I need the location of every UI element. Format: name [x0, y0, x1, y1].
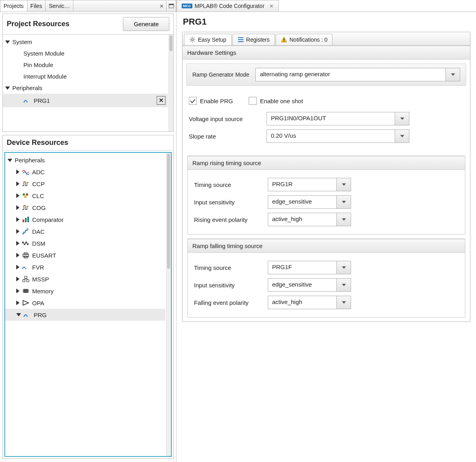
ramp-icon — [23, 97, 31, 104]
tree-item-system-module[interactable]: System Module — [3, 48, 168, 59]
chevron-right-icon — [16, 169, 19, 174]
rising-sens-select[interactable]: edge_sensitive — [268, 195, 351, 209]
tree-label: Peripherals — [12, 85, 42, 91]
svg-rect-15 — [25, 276, 27, 278]
tab-files[interactable]: Files — [27, 0, 46, 12]
opamp-icon — [22, 299, 30, 306]
chevron-down-icon — [336, 196, 351, 208]
falling-timing-select[interactable]: PRG1F — [268, 261, 351, 274]
tree-node-peripherals[interactable]: Peripherals — [5, 154, 165, 166]
rising-pol-select[interactable]: active_high — [268, 213, 351, 226]
slope-rate-label: Slope rate — [189, 133, 260, 140]
enable-one-shot-checkbox[interactable] — [249, 97, 257, 105]
tree-item-prg1[interactable]: PRG1 ✕ — [3, 94, 168, 107]
chevron-down-icon — [336, 296, 351, 309]
rising-timing-select[interactable]: PRG1R — [268, 178, 351, 191]
chevron-down-icon — [336, 178, 351, 191]
enable-prg-checkbox[interactable] — [189, 97, 197, 105]
tree-item-interrupt-module[interactable]: Interrupt Module — [3, 71, 168, 82]
falling-pol-label: Falling event polarity — [194, 299, 261, 306]
enable-one-shot-label: Enable one shot — [260, 98, 303, 104]
scrollbar[interactable] — [166, 153, 171, 456]
hardware-settings-header: Hardware Settings — [182, 46, 470, 60]
pulse-icon — [22, 204, 30, 211]
tab-projects[interactable]: Projects — [0, 0, 27, 12]
mcc-badge-icon: MCC — [182, 4, 192, 8]
chevron-right-icon — [16, 229, 19, 234]
tree-item-dac[interactable]: DAC — [5, 225, 165, 237]
tab-notifications[interactable]: Notifications : 0 — [276, 34, 333, 45]
rising-group: Ramp rising timing source Timing source … — [187, 156, 465, 235]
voltage-input-select[interactable]: PRG1IN0/OPA1OUT — [267, 112, 409, 125]
chevron-right-icon — [16, 300, 19, 305]
tree-node-system[interactable]: System — [3, 36, 168, 48]
page-title: PRG1 — [183, 17, 470, 27]
stairs-icon — [22, 228, 30, 235]
device-resources-tree: Peripherals ADC CCP — [5, 153, 165, 322]
remove-peripheral-button[interactable]: ✕ — [157, 96, 165, 105]
tab-services[interactable]: Servic… — [46, 0, 73, 12]
tree-item-clc[interactable]: CLC — [5, 190, 165, 202]
network-icon — [22, 275, 30, 283]
generate-button[interactable]: Generate — [123, 17, 169, 31]
config-panel: Easy Setup Registers Notifications : 0 H… — [182, 32, 470, 322]
chevron-right-icon — [16, 193, 19, 198]
rising-timing-label: Timing source — [194, 181, 261, 188]
svg-point-2 — [23, 181, 25, 183]
chevron-right-icon — [16, 205, 19, 210]
falling-sens-select[interactable]: edge_sensitive — [268, 278, 351, 292]
falling-header: Ramp falling timing source — [188, 239, 465, 253]
svg-point-5 — [26, 193, 28, 196]
tab-mcc[interactable]: MCC MPLAB® Code Configurator ✕ — [177, 0, 279, 12]
falling-pol-select[interactable]: active_high — [268, 296, 351, 309]
chevron-down-icon — [8, 159, 12, 162]
tree-item-fvr[interactable]: FVR — [5, 261, 165, 273]
chevron-down-icon — [445, 68, 460, 81]
svg-rect-20 — [284, 38, 284, 40]
chevron-right-icon — [16, 217, 19, 222]
logic-icon — [22, 192, 30, 199]
tree-item-comparator[interactable]: Comparator — [5, 214, 165, 225]
svg-point-7 — [23, 205, 25, 206]
slope-rate-select[interactable]: 0.20 V/us — [267, 129, 409, 143]
svg-point-19 — [192, 39, 194, 41]
tree-item-memory[interactable]: Memory — [5, 285, 165, 297]
tree-item-eusart[interactable]: EUSART — [5, 249, 165, 261]
tree-item-mssp[interactable]: MSSP — [5, 273, 165, 285]
ramp-mode-select[interactable]: alternating ramp generator — [255, 68, 460, 81]
chevron-right-icon — [16, 277, 19, 281]
printer-icon — [22, 252, 30, 259]
tree-item-pin-module[interactable]: Pin Module — [3, 59, 168, 71]
tree-item-adc[interactable]: ADC — [5, 166, 165, 178]
minimize-icon[interactable] — [166, 1, 176, 11]
tree-item-cog[interactable]: COG — [5, 202, 165, 214]
tab-registers[interactable]: Registers — [232, 34, 275, 45]
tree-node-peripherals[interactable]: Peripherals — [3, 82, 168, 94]
chevron-right-icon — [16, 181, 19, 186]
falling-group: Ramp falling timing source Timing source… — [187, 239, 465, 318]
tree-item-prg[interactable]: PRG — [5, 309, 165, 321]
rising-sens-label: Input sensitivity — [194, 199, 261, 206]
close-icon[interactable]: ✕ — [157, 1, 166, 11]
tree-item-dsm[interactable]: DSM — [5, 237, 165, 249]
rising-header: Ramp rising timing source — [188, 156, 465, 170]
ramp-icon — [22, 264, 30, 271]
tree-item-opa[interactable]: OPA — [5, 297, 165, 309]
voltage-input-label: Voltage input source — [189, 116, 260, 122]
chevron-down-icon — [336, 261, 351, 274]
svg-point-8 — [27, 206, 28, 207]
svg-rect-16 — [23, 280, 25, 282]
left-tab-bar: Projects Files Servic… ✕ — [0, 0, 176, 12]
svg-point-6 — [24, 196, 27, 198]
warning-icon — [281, 37, 287, 43]
svg-rect-13 — [24, 253, 27, 254]
chevron-down-icon — [336, 279, 351, 291]
chevron-right-icon — [16, 289, 19, 293]
chevron-right-icon — [16, 241, 19, 246]
close-icon[interactable]: ✕ — [269, 3, 274, 9]
tab-easy-setup[interactable]: Easy Setup — [184, 34, 232, 45]
scrollbar[interactable] — [169, 35, 173, 131]
svg-rect-10 — [25, 218, 27, 222]
svg-rect-9 — [23, 219, 24, 222]
tree-item-ccp[interactable]: CCP — [5, 178, 165, 190]
